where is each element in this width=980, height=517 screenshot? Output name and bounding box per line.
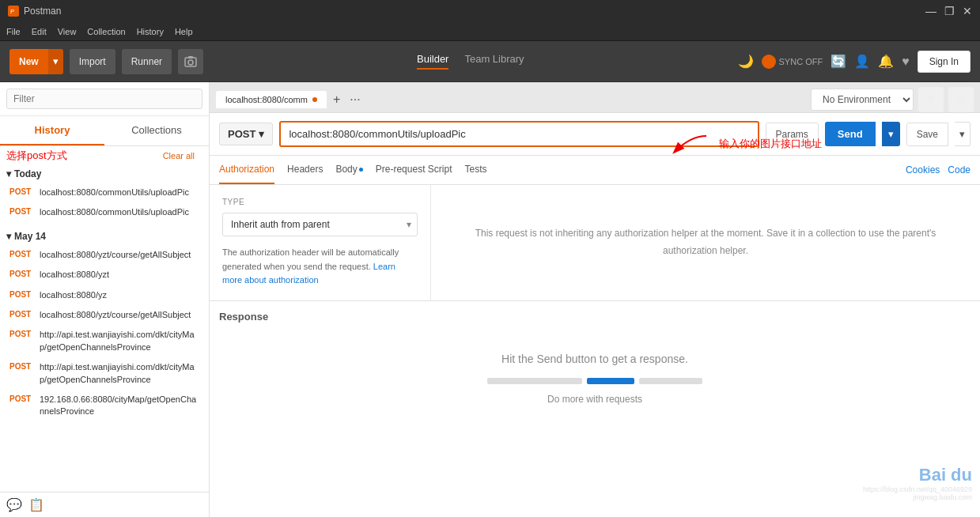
sub-tab-body[interactable]: Body <box>335 156 362 184</box>
clear-all-button[interactable]: Clear all <box>155 148 202 164</box>
sub-tabs: Authorization Headers Body Pre-request S… <box>210 156 980 185</box>
sub-tab-pre-request[interactable]: Pre-request Script <box>376 156 452 184</box>
url-annotation-text: 输入你的图片接口地址 <box>719 137 822 151</box>
main-layout: History Collections 选择post方式 Clear all ▾… <box>0 82 980 517</box>
method-badge: POST <box>9 394 35 403</box>
auth-description: The authorization header will be automat… <box>222 246 418 288</box>
sign-in-button[interactable]: Sign In <box>918 51 971 73</box>
menu-bar: File Edit View Collection History Help <box>0 22 980 41</box>
theme-icon[interactable]: 🌙 <box>738 54 754 69</box>
list-item[interactable]: POST localhost:8080/yz <box>0 285 209 305</box>
url-bar: POST ▾ Params Send ▾ Save ▾ <box>210 113 980 156</box>
method-label: POST <box>228 128 255 140</box>
list-item[interactable]: POST localhost:8080/yzt/course/getAllSub… <box>0 245 209 265</box>
env-gear-button[interactable]: ⚙ <box>948 87 974 112</box>
history-url: localhost:8080/yzt <box>40 269 109 281</box>
code-link[interactable]: Code <box>948 164 971 175</box>
method-chevron-icon: ▾ <box>259 128 264 140</box>
post-method-annotation: 选择post方式 <box>6 149 67 163</box>
section-may14: ▾ May 14 <box>0 228 209 245</box>
sidebar-tab-history[interactable]: History <box>0 116 104 145</box>
body-label: Body <box>335 164 357 175</box>
method-badge: POST <box>9 329 35 338</box>
list-item[interactable]: POST localhost:8080/yzt/course/getAllSub… <box>0 305 209 325</box>
menu-view[interactable]: View <box>58 27 77 36</box>
list-item[interactable]: POST localhost:8080/commonUtils/uploadPi… <box>0 183 209 202</box>
new-button[interactable]: New <box>9 49 48 74</box>
auth-description-text: The authorization header will be automat… <box>222 247 399 271</box>
sidebar-icon-2[interactable]: 📋 <box>28 497 44 512</box>
tab-builder[interactable]: Builder <box>417 53 448 70</box>
env-eye-button[interactable]: 👁 <box>918 87 944 112</box>
menu-file[interactable]: File <box>6 27 21 36</box>
chevron-down-icon: ▾ <box>6 231 11 242</box>
method-badge: POST <box>9 309 35 319</box>
request-tab[interactable]: localhost:8080/comm <box>216 91 327 108</box>
save-dropdown-button[interactable]: ▾ <box>955 122 971 146</box>
sidebar-tab-collections[interactable]: Collections <box>104 116 209 145</box>
list-item[interactable]: POST http://api.test.wanjiayishi.com/dkt… <box>0 325 209 357</box>
save-button[interactable]: Save <box>906 123 948 146</box>
method-badge: POST <box>9 289 35 299</box>
minimize-button[interactable]: — <box>925 5 936 17</box>
sidebar-footer: 💬 📋 <box>0 492 209 517</box>
cookies-link[interactable]: Cookies <box>906 164 940 175</box>
section-today-label: Today <box>14 168 41 179</box>
sub-tab-tests[interactable]: Tests <box>464 156 486 184</box>
maximize-button[interactable]: ❐ <box>944 5 955 17</box>
sidebar: History Collections 选择post方式 Clear all ▾… <box>0 82 210 517</box>
environment-dropdown[interactable]: No Environment <box>811 89 914 111</box>
method-badge: POST <box>9 249 35 258</box>
svg-text:P: P <box>10 8 14 15</box>
list-item[interactable]: POST localhost:8080/yzt <box>0 265 209 285</box>
request-panel: localhost:8080/comm + ··· No Environment… <box>210 82 980 517</box>
app-icon: P <box>8 6 19 17</box>
sidebar-content: ▾ Today POST localhost:8080/commonUtils/… <box>0 165 209 492</box>
method-badge: POST <box>9 361 35 371</box>
filter-input[interactable] <box>6 89 202 109</box>
new-dropdown-button[interactable]: ▾ <box>48 49 63 74</box>
tab-team-library[interactable]: Team Library <box>464 53 524 70</box>
sidebar-tabs: History Collections <box>0 116 209 146</box>
chevron-down-icon: ▾ <box>6 168 11 179</box>
bell-icon[interactable]: 🔔 <box>878 54 894 69</box>
user-icon[interactable]: 👤 <box>854 54 870 69</box>
close-button[interactable]: ✕ <box>963 5 972 17</box>
window-controls[interactable]: — ❐ ✕ <box>925 5 972 17</box>
sub-tab-headers[interactable]: Headers <box>287 156 323 184</box>
auth-panel: TYPE Inherit auth from parent ▾ The auth… <box>210 185 980 301</box>
request-tabs-bar: localhost:8080/comm + ··· No Environment… <box>210 82 980 113</box>
sync-label: SYNC OFF <box>779 57 823 66</box>
menu-collection[interactable]: Collection <box>87 27 125 36</box>
list-item[interactable]: POST http://api.test.wanjiayishi.com/dkt… <box>0 357 209 390</box>
send-dropdown-button[interactable]: ▾ <box>882 122 900 146</box>
auth-type-select[interactable]: Inherit auth from parent <box>222 213 418 236</box>
history-url: http://api.test.wanjiayishi.com/dkt/city… <box>40 329 201 353</box>
menu-help[interactable]: Help <box>175 27 193 36</box>
list-item[interactable]: POST 192.168.0.66:8080/cityMap/getOpenCh… <box>0 390 209 422</box>
heart-icon[interactable]: ♥ <box>902 55 910 69</box>
send-button[interactable]: Send <box>825 122 876 146</box>
auth-type-label: TYPE <box>222 198 418 206</box>
capture-button[interactable] <box>178 49 203 74</box>
menu-history[interactable]: History <box>137 27 164 36</box>
menu-edit[interactable]: Edit <box>32 27 47 36</box>
section-today: ▾ Today <box>0 165 209 183</box>
sub-tab-authorization[interactable]: Authorization <box>219 156 274 184</box>
import-button[interactable]: Import <box>70 49 115 74</box>
method-select[interactable]: POST ▾ <box>219 123 273 145</box>
tab-options-button[interactable]: ··· <box>346 92 363 107</box>
refresh-icon[interactable]: 🔄 <box>831 54 846 69</box>
svg-point-3 <box>188 60 193 65</box>
response-title: Response <box>219 311 971 323</box>
app-title: Postman <box>24 6 61 17</box>
history-url: http://api.test.wanjiayishi.com/dkt/city… <box>40 361 201 386</box>
runner-button[interactable]: Runner <box>122 49 172 74</box>
method-badge: POST <box>9 269 35 278</box>
bar-segment-1 <box>487 378 582 384</box>
toolbar-right: 🌙 SYNC OFF 🔄 👤 🔔 ♥ Sign In <box>738 51 971 73</box>
auth-right: This request is not inheriting any autho… <box>431 185 980 300</box>
add-tab-button[interactable]: + <box>330 92 343 107</box>
sidebar-icon-1[interactable]: 💬 <box>6 497 22 512</box>
list-item[interactable]: POST localhost:8080/commonUtils/uploadPi… <box>0 202 209 222</box>
